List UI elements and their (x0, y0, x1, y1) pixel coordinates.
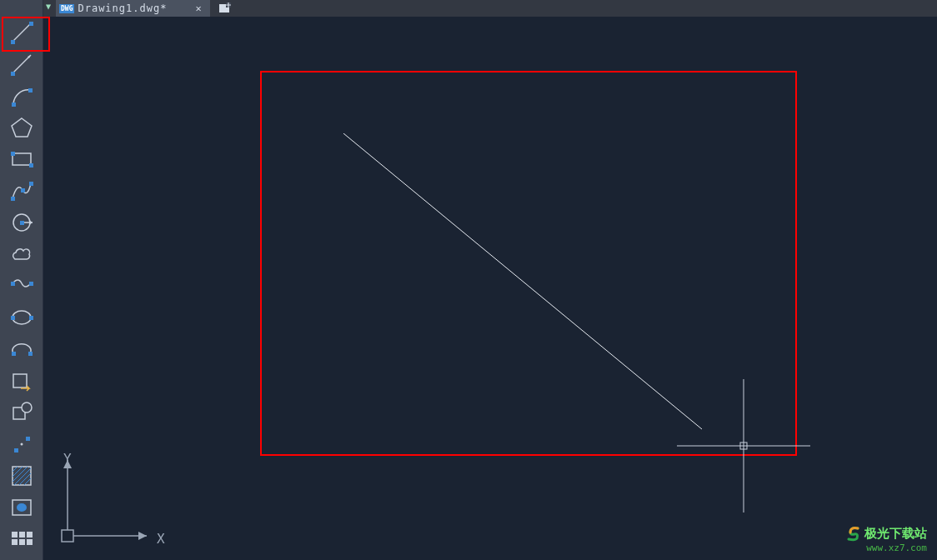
svg-rect-25 (29, 316, 33, 320)
canvas-highlight-box (260, 71, 797, 456)
svg-rect-35 (26, 437, 30, 441)
svg-line-51 (343, 133, 702, 429)
tab-close-icon[interactable]: ✕ (195, 2, 201, 14)
ellipse-arc-tool-button[interactable] (3, 333, 40, 365)
svg-point-32 (20, 443, 23, 446)
donut-tool-button[interactable] (3, 492, 40, 523)
svg-rect-11 (13, 153, 31, 165)
svg-rect-46 (19, 532, 25, 538)
drawing-canvas[interactable]: Y X 极光下载站 www.xz7.com (43, 17, 937, 560)
make-block-tool-button[interactable] (3, 397, 40, 428)
grid-tool-button[interactable] (3, 523, 40, 555)
svg-rect-14 (11, 197, 15, 201)
ucs-axis-icon (55, 448, 172, 548)
svg-rect-45 (12, 532, 18, 538)
svg-rect-22 (29, 282, 33, 286)
watermark-url: www.xz7.com (844, 542, 927, 553)
insert-block-tool-button[interactable] (3, 365, 40, 397)
svg-rect-50 (27, 539, 33, 545)
svg-rect-27 (28, 352, 33, 356)
new-tab-icon[interactable] (218, 2, 232, 14)
svg-rect-3 (11, 40, 15, 44)
axis-label-x: X (157, 531, 165, 547)
point-tool-button[interactable] (3, 428, 40, 460)
svg-rect-24 (11, 316, 15, 320)
svg-rect-20 (20, 221, 24, 225)
svg-rect-54 (740, 442, 747, 449)
svg-rect-15 (21, 188, 25, 192)
svg-line-38 (13, 467, 23, 477)
rectangle-tool-button[interactable] (3, 143, 40, 175)
svg-rect-48 (12, 539, 18, 545)
svg-line-37 (13, 467, 18, 472)
construction-line-tool-button[interactable] (3, 48, 40, 80)
draw-toolbar (0, 0, 43, 560)
crosshair-cursor-icon (677, 379, 810, 512)
tab-bar: ▼ DWG Drawing1.dwg* ✕ (0, 0, 937, 17)
svg-line-41 (19, 473, 31, 485)
svg-rect-21 (11, 282, 15, 286)
watermark: 极光下载站 www.xz7.com (844, 524, 927, 553)
svg-rect-47 (27, 532, 33, 538)
break-circle-tool-button[interactable] (3, 207, 40, 238)
svg-point-44 (17, 503, 27, 512)
axis-label-y: Y (63, 451, 72, 467)
helix-tool-button[interactable] (3, 270, 40, 302)
svg-marker-19 (29, 220, 33, 225)
svg-rect-8 (12, 102, 16, 107)
svg-line-5 (13, 55, 31, 73)
svg-rect-13 (29, 163, 33, 168)
svg-rect-9 (28, 88, 33, 92)
document-tab[interactable]: DWG Drawing1.dwg* ✕ (56, 0, 210, 17)
watermark-title: 极光下载站 (864, 526, 927, 541)
svg-line-2 (13, 23, 31, 42)
svg-point-23 (13, 311, 31, 324)
svg-rect-16 (29, 182, 33, 186)
arc-tool-button[interactable] (3, 80, 40, 112)
revision-cloud-tool-button[interactable] (3, 238, 40, 270)
svg-rect-49 (19, 539, 25, 545)
svg-marker-57 (138, 532, 147, 540)
svg-rect-28 (13, 374, 27, 388)
svg-rect-12 (11, 152, 15, 156)
dwg-file-icon: DWG (59, 4, 74, 13)
spline-tool-button[interactable] (3, 175, 40, 207)
svg-point-30 (22, 402, 32, 412)
svg-rect-26 (12, 352, 16, 356)
ellipse-tool-button[interactable] (3, 302, 40, 333)
polygon-tool-button[interactable] (3, 112, 40, 143)
tab-menu-dropdown-icon[interactable]: ▼ (46, 2, 51, 11)
svg-rect-7 (11, 72, 15, 76)
svg-rect-55 (62, 530, 73, 542)
svg-rect-4 (29, 22, 33, 26)
tab-title: Drawing1.dwg* (78, 2, 167, 14)
svg-marker-10 (12, 118, 32, 137)
svg-rect-34 (14, 448, 18, 452)
watermark-logo-icon (844, 524, 862, 542)
drawn-line (343, 133, 727, 433)
hatch-tool-button[interactable] (3, 460, 40, 492)
svg-line-40 (14, 468, 31, 485)
line-tool-button[interactable] (3, 17, 40, 48)
